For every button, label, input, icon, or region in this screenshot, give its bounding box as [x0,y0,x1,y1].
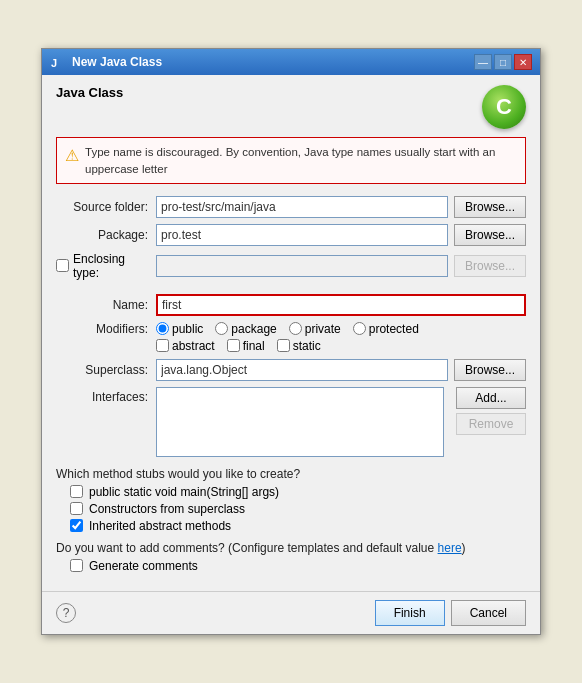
source-folder-row: Source folder: Browse... [56,196,526,218]
interfaces-label: Interfaces: [56,387,156,404]
dialog-footer: ? Finish Cancel [42,591,540,634]
package-input[interactable] [156,224,448,246]
enclosing-type-checkbox[interactable] [56,259,69,272]
interfaces-add-button[interactable]: Add... [456,387,526,409]
enclosing-type-input[interactable] [156,255,448,277]
stubs-main-checkbox[interactable] [70,485,83,498]
footer-buttons: Finish Cancel [375,600,526,626]
stubs-constructors-row: Constructors from superclass [70,502,526,516]
modifier-public-radio[interactable] [156,322,169,335]
stubs-title: Which method stubs would you like to cre… [56,467,526,481]
footer-left: ? [56,603,76,623]
enclosing-type-label: Enclosing type: [73,252,148,280]
interfaces-buttons: Add... Remove [450,387,526,435]
source-folder-browse-button[interactable]: Browse... [454,196,526,218]
superclass-input[interactable] [156,359,448,381]
stubs-section: Which method stubs would you like to cre… [56,467,526,533]
modifiers-checkbox-group: abstract final static [156,339,321,353]
comments-section: Do you want to add comments? (Configure … [56,541,526,573]
package-browse-button[interactable]: Browse... [454,224,526,246]
stubs-constructors-label: Constructors from superclass [89,502,245,516]
maximize-button[interactable]: □ [494,54,512,70]
modifier-package: package [215,322,276,336]
stubs-constructors-checkbox[interactable] [70,502,83,515]
modifiers-section: Modifiers: public package private [56,322,526,353]
comments-here-link[interactable]: here [438,541,462,555]
modifier-static-label: static [293,339,321,353]
eclipse-logo: C [482,85,526,129]
enclosing-type-browse-button[interactable]: Browse... [454,255,526,277]
enclosing-type-row: Enclosing type: Browse... [56,252,526,280]
modifier-package-label: package [231,322,276,336]
help-button[interactable]: ? [56,603,76,623]
dialog-title: New Java Class [72,55,162,69]
window-controls: — □ ✕ [474,54,532,70]
section-header: Java Class [56,85,123,100]
modifier-private-radio[interactable] [289,322,302,335]
modifier-public: public [156,322,203,336]
modifier-static-checkbox[interactable] [277,339,290,352]
name-label: Name: [56,298,156,312]
stubs-inherited-label: Inherited abstract methods [89,519,231,533]
superclass-row: Superclass: Browse... [56,359,526,381]
java-icon: J [50,54,66,70]
warning-text: Type name is discouraged. By convention,… [85,144,517,176]
name-row: Name: [56,294,526,316]
modifier-final-checkbox[interactable] [227,339,240,352]
new-java-class-dialog: J New Java Class — □ ✕ Java Class C ⚠ Ty… [41,48,541,634]
modifier-abstract: abstract [156,339,215,353]
modifier-final-label: final [243,339,265,353]
warning-box: ⚠ Type name is discouraged. By conventio… [56,137,526,183]
modifiers-radio-row: Modifiers: public package private [56,322,526,336]
comments-title-suffix: ) [462,541,466,555]
modifier-abstract-checkbox[interactable] [156,339,169,352]
generate-comments-checkbox[interactable] [70,559,83,572]
modifier-public-label: public [172,322,203,336]
source-folder-input[interactable] [156,196,448,218]
close-button[interactable]: ✕ [514,54,532,70]
interfaces-row: Interfaces: Add... Remove [56,387,526,457]
finish-button[interactable]: Finish [375,600,445,626]
warning-icon: ⚠ [65,145,79,167]
comments-generate-row: Generate comments [70,559,526,573]
comments-title-prefix: Do you want to add comments? (Configure … [56,541,438,555]
svg-text:J: J [51,57,57,69]
modifiers-radio-group: public package private protected [156,322,419,336]
name-input[interactable] [156,294,526,316]
modifier-package-radio[interactable] [215,322,228,335]
modifier-private-label: private [305,322,341,336]
stubs-main-label: public static void main(String[] args) [89,485,279,499]
minimize-button[interactable]: — [474,54,492,70]
package-row: Package: Browse... [56,224,526,246]
interfaces-box [156,387,444,457]
stubs-inherited-row: Inherited abstract methods [70,519,526,533]
modifiers-label: Modifiers: [56,322,156,336]
modifier-abstract-label: abstract [172,339,215,353]
modifier-protected: protected [353,322,419,336]
modifiers-checkbox-row: abstract final static [56,339,526,353]
generate-comments-label: Generate comments [89,559,198,573]
modifier-final: final [227,339,265,353]
stubs-inherited-checkbox[interactable] [70,519,83,532]
title-bar: J New Java Class — □ ✕ [42,49,540,75]
modifier-private: private [289,322,341,336]
modifier-static: static [277,339,321,353]
comments-title: Do you want to add comments? (Configure … [56,541,526,555]
source-folder-label: Source folder: [56,200,156,214]
interfaces-remove-button[interactable]: Remove [456,413,526,435]
stubs-main-row: public static void main(String[] args) [70,485,526,499]
superclass-browse-button[interactable]: Browse... [454,359,526,381]
modifier-protected-radio[interactable] [353,322,366,335]
superclass-label: Superclass: [56,363,156,377]
package-label: Package: [56,228,156,242]
modifier-protected-label: protected [369,322,419,336]
cancel-button[interactable]: Cancel [451,600,526,626]
